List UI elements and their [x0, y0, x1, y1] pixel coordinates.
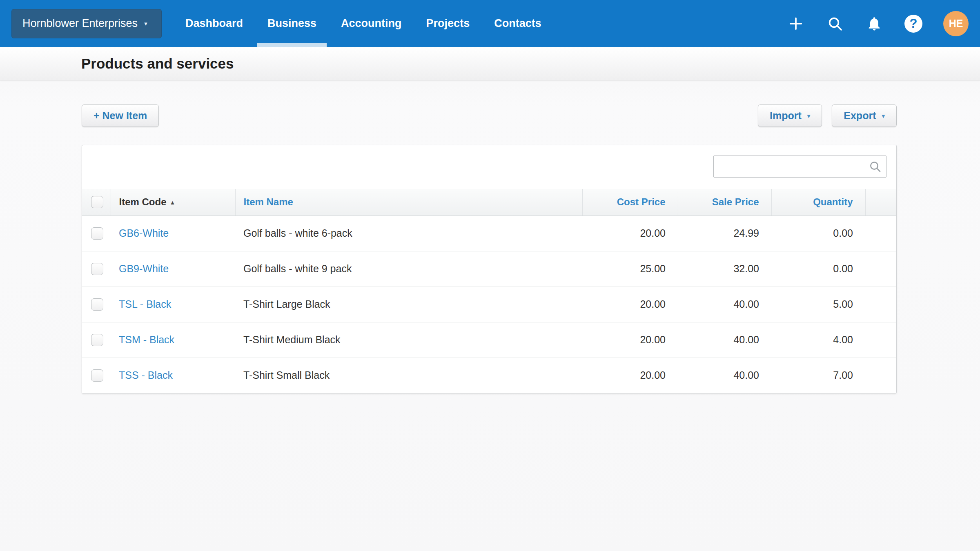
- cost-price-cell: 25.00: [582, 251, 678, 287]
- org-name: Hornblower Enterprises: [22, 17, 138, 30]
- items-table: Item Code▲ Item Name Cost Price Sale Pri…: [82, 189, 896, 393]
- item-code-link[interactable]: TSS - Black: [119, 369, 173, 381]
- search-icon: [827, 16, 843, 32]
- search-button[interactable]: [826, 14, 844, 33]
- column-header-blank: [865, 189, 896, 216]
- item-code-link[interactable]: GB9-White: [119, 263, 169, 274]
- item-code-link[interactable]: TSM - Black: [119, 334, 174, 345]
- create-new-button[interactable]: [786, 14, 805, 33]
- top-navbar: Hornblower Enterprises ▾ Dashboard Busin…: [0, 0, 980, 47]
- column-header-item-name[interactable]: Item Name: [235, 189, 582, 216]
- cost-price-cell: 20.00: [582, 216, 678, 251]
- blank-cell: [865, 216, 896, 251]
- chevron-down-icon: ▾: [807, 112, 811, 120]
- nav-item-dashboard[interactable]: Dashboard: [173, 0, 255, 47]
- import-label: Import: [770, 110, 802, 122]
- quantity-cell: 5.00: [771, 287, 865, 322]
- help-button[interactable]: ?: [904, 14, 923, 33]
- sale-price-cell: 40.00: [678, 358, 771, 393]
- blank-cell: [865, 251, 896, 287]
- sale-price-cell: 32.00: [678, 251, 771, 287]
- org-selector-dropdown[interactable]: Hornblower Enterprises ▾: [11, 9, 162, 38]
- toolbar-right: Import ▾ Export ▾: [758, 104, 897, 127]
- column-header-item-code[interactable]: Item Code▲: [111, 189, 235, 216]
- blank-cell: [865, 322, 896, 358]
- chevron-down-icon: ▾: [144, 20, 147, 27]
- item-name-cell: Golf balls - white 9 pack: [235, 251, 582, 287]
- table-row: GB9-White Golf balls - white 9 pack 25.0…: [82, 251, 896, 287]
- cost-price-cell: 20.00: [582, 287, 678, 322]
- export-button[interactable]: Export ▾: [832, 104, 897, 127]
- bell-icon: [866, 16, 882, 32]
- table-row: GB6-White Golf balls - white 6-pack 20.0…: [82, 216, 896, 251]
- nav-item-contacts[interactable]: Contacts: [482, 0, 554, 47]
- page-header: Products and services: [0, 47, 980, 80]
- row-checkbox[interactable]: [91, 298, 103, 311]
- select-all-cell: [82, 189, 111, 216]
- main-nav: Dashboard Business Accounting Projects C…: [173, 0, 554, 47]
- blank-cell: [865, 358, 896, 393]
- export-label: Export: [844, 110, 876, 122]
- row-checkbox[interactable]: [91, 334, 103, 346]
- search-input[interactable]: [713, 156, 886, 178]
- sale-price-cell: 24.99: [678, 216, 771, 251]
- blank-cell: [865, 287, 896, 322]
- user-avatar[interactable]: HE: [943, 11, 969, 36]
- column-header-quantity[interactable]: Quantity: [771, 189, 865, 216]
- plus-icon: [788, 16, 804, 32]
- chevron-down-icon: ▾: [882, 112, 885, 120]
- app-screen: Hornblower Enterprises ▾ Dashboard Busin…: [0, 0, 980, 551]
- item-name-cell: T-Shirt Medium Black: [235, 322, 582, 358]
- page-title: Products and services: [81, 56, 234, 72]
- item-code-link[interactable]: GB6-White: [119, 227, 169, 239]
- quantity-cell: 4.00: [771, 322, 865, 358]
- cost-price-cell: 20.00: [582, 358, 678, 393]
- cost-price-cell: 20.00: [582, 322, 678, 358]
- quantity-cell: 7.00: [771, 358, 865, 393]
- new-item-label: + New Item: [94, 110, 147, 122]
- table-row: TSL - Black T-Shirt Large Black 20.00 40…: [82, 287, 896, 322]
- notifications-button[interactable]: [865, 14, 884, 33]
- nav-item-projects[interactable]: Projects: [414, 0, 482, 47]
- column-header-cost-price[interactable]: Cost Price: [582, 189, 678, 216]
- table-header-row: Item Code▲ Item Name Cost Price Sale Pri…: [82, 189, 896, 216]
- quantity-cell: 0.00: [771, 251, 865, 287]
- navbar-actions: ? HE: [786, 11, 980, 36]
- help-icon: ?: [904, 15, 922, 33]
- select-all-checkbox[interactable]: [91, 196, 103, 208]
- nav-item-business[interactable]: Business: [255, 0, 329, 47]
- table-controls: [82, 145, 896, 189]
- item-code-header-label: Item Code: [119, 196, 167, 207]
- toolbar: + New Item Import ▾ Export ▾: [82, 104, 897, 127]
- table-search: [713, 156, 886, 178]
- items-card: Item Code▲ Item Name Cost Price Sale Pri…: [82, 145, 897, 393]
- main-content: + New Item Import ▾ Export ▾: [0, 104, 980, 393]
- table-row: TSS - Black T-Shirt Small Black 20.00 40…: [82, 358, 896, 393]
- row-checkbox[interactable]: [91, 263, 103, 275]
- item-name-cell: T-Shirt Large Black: [235, 287, 582, 322]
- import-button[interactable]: Import ▾: [758, 104, 822, 127]
- table-row: TSM - Black T-Shirt Medium Black 20.00 4…: [82, 322, 896, 358]
- column-header-sale-price[interactable]: Sale Price: [678, 189, 771, 216]
- item-name-cell: T-Shirt Small Black: [235, 358, 582, 393]
- sale-price-cell: 40.00: [678, 287, 771, 322]
- quantity-cell: 0.00: [771, 216, 865, 251]
- nav-item-accounting[interactable]: Accounting: [329, 0, 414, 47]
- item-code-link[interactable]: TSL - Black: [119, 298, 171, 310]
- avatar-initials: HE: [949, 18, 963, 29]
- new-item-button[interactable]: + New Item: [82, 104, 159, 127]
- item-name-cell: Golf balls - white 6-pack: [235, 216, 582, 251]
- sale-price-cell: 40.00: [678, 322, 771, 358]
- row-checkbox[interactable]: [91, 227, 103, 240]
- sort-ascending-icon: ▲: [170, 199, 176, 206]
- row-checkbox[interactable]: [91, 369, 103, 382]
